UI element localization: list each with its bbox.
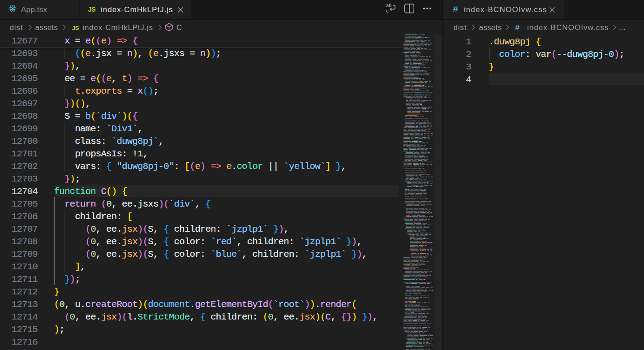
svg-text:c: c <box>386 8 389 13</box>
svg-text:ab: ab <box>386 3 391 8</box>
